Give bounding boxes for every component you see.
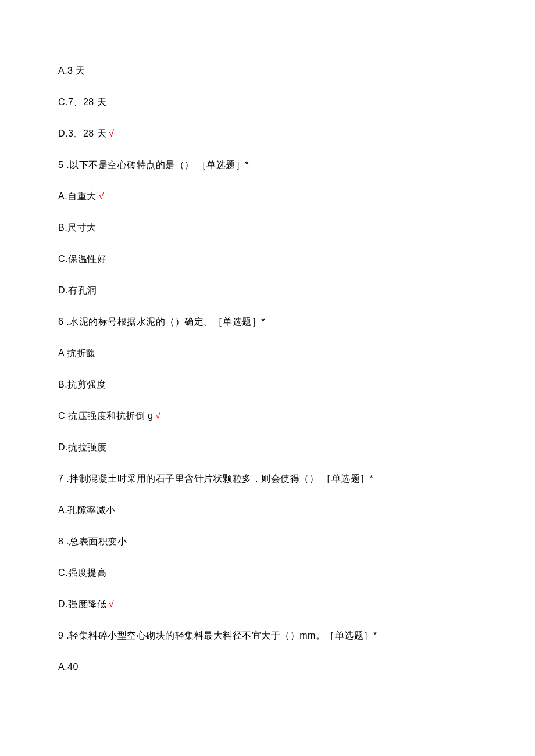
line-text: D.抗拉强度 <box>58 442 106 452</box>
line-text: 9 .轻集料碎小型空心砌块的轻集料最大料径不宜大于（）mm。［单选题］* <box>58 630 377 640</box>
text-line: A 抗折馥 <box>58 346 477 360</box>
text-line: C.强度提高 <box>58 566 477 580</box>
text-line: C.7、28 天 <box>58 95 477 109</box>
question-line: 7 .拌制混凝土时采用的石子里含针片状颗粒多，则会使得（） ［单选题］* <box>58 472 477 486</box>
line-text: C.强度提高 <box>58 568 106 578</box>
line-text: A.40 <box>58 662 79 672</box>
text-line: D.有孔洞 <box>58 284 477 298</box>
line-text: D.有孔洞 <box>58 285 97 295</box>
line-text: B.抗剪强度 <box>58 379 106 389</box>
line-text: A.3 天 <box>58 66 85 76</box>
text-line: B.尺寸大 <box>58 221 477 235</box>
checkmark-icon: √ <box>109 599 114 609</box>
line-text: B.尺寸大 <box>58 223 97 232</box>
text-line: A.自重大√ <box>58 189 477 203</box>
checkmark-icon: √ <box>109 128 114 138</box>
line-text: 6 .水泥的标号根据水泥的（）确定。［单选题］* <box>58 317 265 327</box>
text-line: D.强度降低√ <box>58 597 477 611</box>
checkmark-icon: √ <box>99 191 104 201</box>
line-text: D.强度降低 <box>58 599 106 609</box>
line-text: C 抗压强度和抗折倒 g <box>58 411 153 421</box>
text-line: D.抗拉强度 <box>58 440 477 454</box>
line-text: 5 .以下不是空心砖特点的是（） ［单选题］* <box>58 160 249 170</box>
text-line: A.40 <box>58 660 477 674</box>
question-line: 9 .轻集料碎小型空心砌块的轻集料最大料径不宜大于（）mm。［单选题］* <box>58 629 477 643</box>
question-line: 5 .以下不是空心砖特点的是（） ［单选题］* <box>58 158 477 172</box>
checkmark-icon: √ <box>155 411 160 421</box>
text-line: 8 .总表面积变小 <box>58 535 477 549</box>
line-text: 7 .拌制混凝土时采用的石子里含针片状颗粒多，则会使得（） ［单选题］* <box>58 474 373 483</box>
text-line: D.3、28 天√ <box>58 127 477 141</box>
line-text: C.保温性好 <box>58 254 106 264</box>
text-line: A.3 天 <box>58 64 477 78</box>
question-line: 6 .水泥的标号根据水泥的（）确定。［单选题］* <box>58 315 477 329</box>
line-text: A.自重大 <box>58 191 97 201</box>
line-text: D.3、28 天 <box>58 128 106 138</box>
text-line: B.抗剪强度 <box>58 378 477 392</box>
document-content: A.3 天 C.7、28 天 D.3、28 天√ 5 .以下不是空心砖特点的是（… <box>58 64 477 674</box>
text-line: A.孔隙率减小 <box>58 503 477 517</box>
line-text: A.孔隙率减小 <box>58 505 116 515</box>
line-text: A 抗折馥 <box>58 348 96 358</box>
line-text: 8 .总表面积变小 <box>58 536 127 546</box>
text-line: C 抗压强度和抗折倒 g√ <box>58 409 477 423</box>
line-text: C.7、28 天 <box>58 97 106 107</box>
text-line: C.保温性好 <box>58 252 477 266</box>
